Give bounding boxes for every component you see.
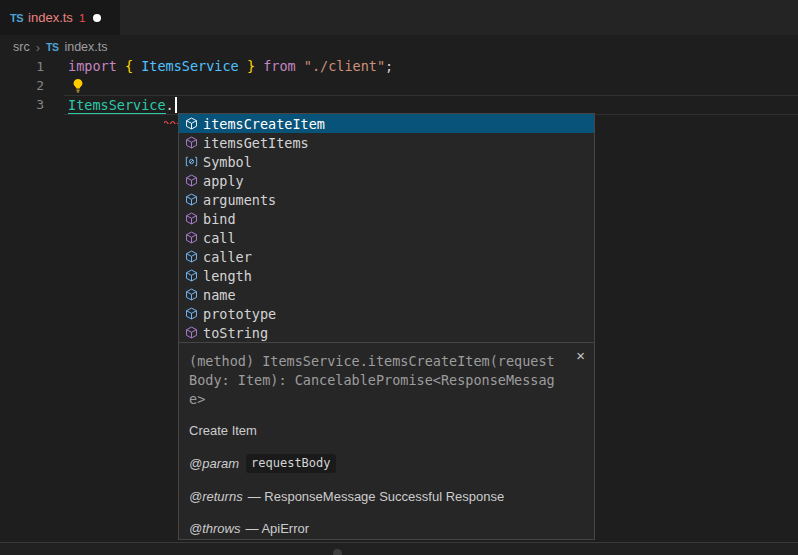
symbol-field-icon [183, 306, 200, 322]
tab-error-count-badge: 1 [79, 12, 85, 24]
suggestion-label: call [203, 230, 236, 246]
symbol-method-icon [183, 211, 200, 227]
intellisense-suggest-widget: itemsCreateItem itemsGetItems Symbol app… [178, 113, 595, 540]
tab-index-ts[interactable]: TS index.ts 1 [0, 0, 120, 35]
panel-divider[interactable] [0, 542, 798, 555]
suggestion-item-itemsgetitems[interactable]: itemsGetItems [179, 133, 594, 152]
throws-tag: @throws [189, 520, 241, 537]
symbol-field-icon [183, 287, 200, 303]
suggestion-item-arguments[interactable]: arguments [179, 190, 594, 209]
error-squiggle-icon [164, 110, 178, 128]
param-tag: @param [189, 455, 239, 472]
tab-bar: TS index.ts 1 [0, 0, 798, 35]
suggestion-item-length[interactable]: length [179, 266, 594, 285]
signature-line: e> [189, 390, 584, 409]
suggestion-item-tostring[interactable]: toString [179, 323, 594, 342]
symbol-method-icon [183, 173, 200, 189]
method-signature: (method) ItemsService.itemsCreateItem(re… [189, 352, 584, 409]
line-number-1: 1 [0, 57, 44, 76]
suggestion-label: caller [203, 249, 252, 265]
symbol-field-icon [183, 268, 200, 284]
signature-line: Body: Item): CancelablePromise<ResponseM… [189, 371, 584, 390]
keyword-import-token: import [68, 58, 117, 74]
symbol-method-icon [183, 325, 200, 341]
imported-symbol-token: ItemsService [141, 58, 239, 74]
suggestion-item-call[interactable]: call [179, 228, 594, 247]
suggestion-label: itemsCreateItem [203, 116, 325, 132]
suggestion-item-apply[interactable]: apply [179, 171, 594, 190]
suggestion-label: length [203, 268, 252, 284]
line-number-2: 2 [0, 76, 44, 95]
suggestion-item-symbol[interactable]: Symbol [179, 152, 594, 171]
tab-filename: index.ts [28, 10, 73, 25]
semicolon-token: ; [385, 58, 393, 74]
keyword-from-token: from [263, 58, 296, 74]
suggestion-item-caller[interactable]: caller [179, 247, 594, 266]
suggestion-label: bind [203, 211, 236, 227]
breadcrumb: src › TS index.ts [13, 38, 108, 56]
suggestion-item-bind[interactable]: bind [179, 209, 594, 228]
returns-tag: @returns [189, 488, 243, 505]
suggestion-label: apply [203, 173, 244, 189]
suggestion-label: Symbol [203, 154, 252, 170]
suggestion-label: itemsGetItems [203, 135, 309, 151]
close-brace-token: } [247, 58, 255, 74]
typescript-file-icon: TS [46, 41, 58, 53]
unsaved-changes-dot-icon[interactable] [93, 14, 101, 22]
throws-text: — ApiError [246, 520, 310, 537]
symbol-variable-icon [183, 154, 200, 170]
breadcrumb-file[interactable]: index.ts [64, 40, 107, 54]
open-brace-token: { [125, 58, 133, 74]
suggestion-label: prototype [203, 306, 276, 322]
signature-line: (method) ItemsService.itemsCreateItem(re… [189, 352, 584, 371]
chevron-right-icon: › [36, 40, 40, 55]
code-line-3[interactable]: ItemsService. [68, 96, 177, 115]
breadcrumb-folder[interactable]: src [13, 40, 30, 54]
doc-summary-text: Create Item [189, 422, 257, 439]
close-icon[interactable]: × [576, 348, 585, 363]
symbol-field-icon [183, 249, 200, 265]
suggestion-docs-panel: × (method) ItemsService.itemsCreateItem(… [179, 342, 594, 539]
suggestion-item-itemscreateitem[interactable]: itemsCreateItem [179, 114, 594, 133]
lightbulb-icon[interactable] [71, 78, 85, 93]
code-editor-window: TS index.ts 1 src › TS index.ts 1 2 3 im… [0, 0, 798, 555]
doc-param-row: @param requestBody [189, 454, 584, 473]
symbol-method-icon [183, 230, 200, 246]
suggestion-label: arguments [203, 192, 276, 208]
symbol-field-icon [183, 192, 200, 208]
symbol-method-icon [183, 135, 200, 151]
module-path-string-token: "./client" [304, 58, 385, 74]
doc-throws-row: @throws — ApiError [189, 520, 584, 537]
panel-dot-icon [333, 549, 342, 555]
code-line-1[interactable]: import { ItemsService } from "./client"; [68, 57, 393, 76]
doc-summary: Create Item [189, 422, 584, 439]
param-name-chip: requestBody [246, 454, 335, 473]
class-name-token: ItemsService [68, 97, 166, 114]
suggestion-list: itemsCreateItem itemsGetItems Symbol app… [179, 114, 594, 342]
typescript-file-icon: TS [10, 12, 23, 24]
line-number-3: 3 [0, 95, 44, 114]
suggestion-label: toString [203, 325, 268, 341]
suggestion-label: name [203, 287, 236, 303]
doc-returns-row: @returns — ResponseMessage Successful Re… [189, 488, 584, 505]
suggestion-item-name[interactable]: name [179, 285, 594, 304]
symbol-method-icon [183, 116, 200, 132]
returns-text: — ResponseMessage Successful Response [248, 488, 505, 505]
suggestion-item-prototype[interactable]: prototype [179, 304, 594, 323]
